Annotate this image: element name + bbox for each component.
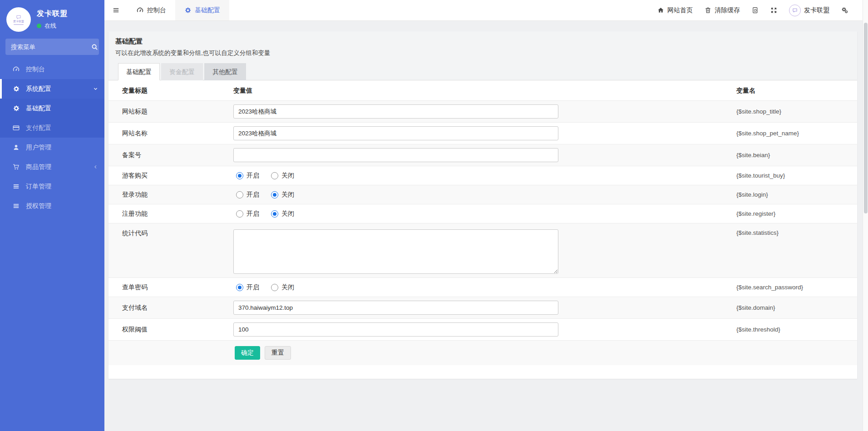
user-menu[interactable]: 发卡联盟 bbox=[789, 5, 829, 16]
credit-card-icon bbox=[12, 124, 20, 131]
clear-cache-label: 清除缓存 bbox=[715, 6, 740, 15]
config-label: 统计代码 bbox=[122, 229, 148, 237]
sidebar-item-console[interactable]: 控制台 bbox=[0, 59, 104, 79]
table-header: 变量值 bbox=[233, 80, 736, 101]
config-label: 支付域名 bbox=[122, 304, 148, 311]
radio-checked-icon[interactable] bbox=[271, 191, 278, 198]
radio-option[interactable]: 开启 bbox=[236, 283, 259, 292]
sidebar-item-auth-manage[interactable]: 授权管理 bbox=[0, 196, 104, 216]
sidebar-group-system-config: 系统配置基础配置支付配置 bbox=[0, 79, 104, 138]
sidebar-item-payment-config[interactable]: 支付配置 bbox=[0, 118, 104, 138]
config-label: 登录功能 bbox=[122, 191, 148, 198]
settings-button[interactable] bbox=[841, 7, 848, 14]
sidebar-item-label: 商品管理 bbox=[26, 163, 51, 171]
brand-logo-text: 发卡联盟 bbox=[13, 20, 24, 23]
radio-group-search_password: 开启关闭 bbox=[236, 283, 732, 292]
radio-label: 开启 bbox=[247, 283, 259, 292]
config-varname: {$site.domain} bbox=[736, 297, 857, 319]
sidebar-item-goods-manage[interactable]: 商品管理 bbox=[0, 157, 104, 177]
radio-option[interactable]: 关闭 bbox=[271, 283, 294, 292]
sidebar-menu: 控制台系统配置基础配置支付配置用户管理商品管理订单管理授权管理 bbox=[0, 59, 104, 216]
config-varname: {$site.shop_title} bbox=[736, 101, 857, 123]
dashboard-icon bbox=[137, 7, 143, 14]
topbar-tab-basic-config[interactable]: 基础配置 bbox=[175, 0, 229, 20]
radio-label: 关闭 bbox=[281, 283, 294, 292]
radio-unchecked-icon[interactable] bbox=[271, 172, 278, 179]
radio-option[interactable]: 开启 bbox=[236, 172, 259, 180]
menu-search[interactable] bbox=[5, 39, 99, 55]
radio-option[interactable]: 开启 bbox=[236, 191, 259, 199]
config-input-shop_pet_name[interactable] bbox=[233, 126, 558, 140]
config-varname: {$site.login} bbox=[736, 185, 857, 204]
radio-group-login: 开启关闭 bbox=[236, 191, 732, 199]
panel-tab-basic[interactable]: 基础配置 bbox=[118, 63, 160, 80]
list-icon bbox=[12, 183, 20, 190]
config-input-beian[interactable] bbox=[233, 148, 558, 162]
panel-heading: 基础配置 可以在此增改系统的变量和分组,也可以自定义分组和变量 基础配置资金配置… bbox=[108, 31, 857, 80]
topbar-tab-console[interactable]: 控制台 bbox=[128, 0, 175, 20]
refresh-page-button[interactable] bbox=[752, 7, 759, 14]
sidebar: 发卡联盟 发卡联盟 在线 控制台系统配置基础配置支付配置用户管理商品管理订单管理… bbox=[0, 0, 104, 431]
radio-checked-icon[interactable] bbox=[271, 210, 278, 218]
config-row-shop_title: 网站标题{$site.shop_title} bbox=[108, 101, 857, 123]
config-row-tourist_buy: 游客购买开启关闭{$site.tourist_buy} bbox=[108, 166, 857, 185]
online-status: 在线 bbox=[37, 22, 68, 30]
home-link[interactable]: 网站首页 bbox=[657, 6, 693, 15]
user-avatar bbox=[789, 5, 801, 16]
panel-tabs: 基础配置资金配置其他配置 bbox=[115, 63, 850, 80]
brand-avatar[interactable]: 发卡联盟 bbox=[6, 7, 31, 32]
config-varname: {$site.threshold} bbox=[736, 319, 857, 341]
user-icon bbox=[12, 144, 20, 151]
radio-label: 开启 bbox=[247, 210, 259, 218]
radio-checked-icon[interactable] bbox=[236, 172, 243, 179]
radio-unchecked-icon[interactable] bbox=[271, 284, 278, 291]
sidebar-item-basic-config[interactable]: 基础配置 bbox=[0, 99, 104, 118]
reset-button[interactable]: 重置 bbox=[265, 346, 291, 360]
radio-option[interactable]: 开启 bbox=[236, 210, 259, 218]
search-icon[interactable] bbox=[91, 44, 98, 50]
radio-label: 开启 bbox=[247, 191, 259, 199]
topbar-tab-label: 基础配置 bbox=[195, 6, 220, 15]
online-dot bbox=[37, 24, 41, 28]
fullscreen-button[interactable] bbox=[770, 7, 777, 14]
hamburger-button[interactable] bbox=[104, 0, 128, 20]
clear-cache-link[interactable]: 清除缓存 bbox=[705, 6, 740, 15]
radio-unchecked-icon[interactable] bbox=[236, 210, 243, 218]
brand-logo-subline bbox=[14, 24, 24, 25]
config-input-shop_title[interactable] bbox=[233, 104, 558, 119]
dashboard-icon bbox=[12, 66, 20, 73]
panel-bottom-spacer bbox=[108, 365, 857, 379]
sidebar-item-user-manage[interactable]: 用户管理 bbox=[0, 138, 104, 157]
config-varname: {$site.shop_pet_name} bbox=[736, 123, 857, 144]
sidebar-item-system-config[interactable]: 系统配置 bbox=[0, 79, 104, 99]
sidebar-header: 发卡联盟 发卡联盟 在线 bbox=[0, 0, 104, 38]
app-root: 发卡联盟 发卡联盟 在线 控制台系统配置基础配置支付配置用户管理商品管理订单管理… bbox=[0, 0, 868, 431]
scrollbar-thumb[interactable] bbox=[864, 23, 868, 213]
radio-checked-icon[interactable] bbox=[236, 284, 243, 291]
panel-tab-funds[interactable]: 资金配置 bbox=[161, 63, 203, 80]
radio-option[interactable]: 关闭 bbox=[271, 172, 294, 180]
sidebar-item-label: 系统配置 bbox=[26, 85, 51, 93]
config-textarea-statistics[interactable] bbox=[233, 229, 558, 274]
config-label: 备案号 bbox=[122, 151, 141, 159]
scrollbar[interactable] bbox=[863, 0, 868, 431]
panel-tab-other[interactable]: 其他配置 bbox=[204, 63, 246, 80]
config-input-threshold[interactable] bbox=[233, 322, 558, 337]
topbar: 控制台基础配置 网站首页 清除缓存 bbox=[104, 0, 868, 21]
gear-icon bbox=[184, 7, 191, 14]
config-row-beian: 备案号{$site.beian} bbox=[108, 144, 857, 166]
radio-unchecked-icon[interactable] bbox=[236, 191, 243, 198]
sidebar-item-order-manage[interactable]: 订单管理 bbox=[0, 177, 104, 196]
config-varname: {$site.register} bbox=[736, 204, 857, 223]
sidebar-submenu: 基础配置支付配置 bbox=[0, 99, 104, 138]
radio-option[interactable]: 关闭 bbox=[271, 210, 294, 218]
config-input-domain[interactable] bbox=[233, 301, 558, 315]
radio-option[interactable]: 关闭 bbox=[271, 191, 294, 199]
radio-label: 关闭 bbox=[281, 172, 294, 180]
config-row-domain: 支付域名{$site.domain} bbox=[108, 297, 857, 319]
cart-icon bbox=[12, 163, 20, 170]
config-varname: {$site.statistics} bbox=[736, 223, 857, 278]
config-varname: {$site.search_password} bbox=[736, 278, 857, 297]
submit-button[interactable]: 确定 bbox=[235, 346, 260, 360]
menu-search-input[interactable] bbox=[11, 44, 91, 50]
